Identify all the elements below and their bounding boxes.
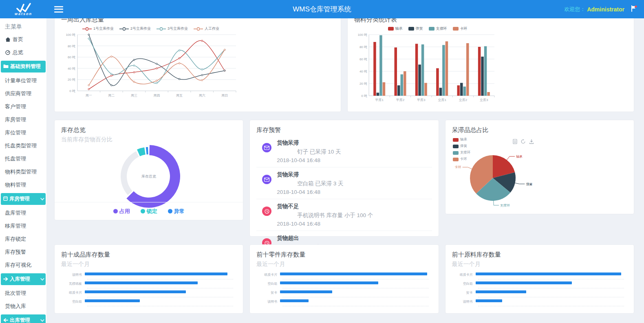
alert-timestamp: 2018-10-04 16:48 xyxy=(277,157,432,163)
sidebar-item-基础资料管理[interactable]: 基础资料管理 xyxy=(1,61,46,73)
legend-item-轴承[interactable]: 轴承 xyxy=(388,26,403,31)
svg-text:周二: 周二 xyxy=(108,94,115,97)
page-title: WMS仓库管理系统 xyxy=(0,4,644,14)
refresh-icon[interactable] xyxy=(520,139,526,144)
sidebar-item-客户管理[interactable]: 客户管理 xyxy=(0,100,46,113)
hbar-bar xyxy=(476,290,526,293)
hbar-row-空白箱[interactable]: 空白箱 xyxy=(452,280,624,289)
hbar-row-贺卡[interactable]: 贺卡 xyxy=(452,289,624,298)
svg-text:0 吨: 0 吨 xyxy=(69,89,75,93)
svg-text:周日: 周日 xyxy=(221,94,228,97)
legend-item-支撑环[interactable]: 支撑环 xyxy=(429,26,447,31)
legend-item-轴承[interactable]: 轴承 xyxy=(453,137,471,142)
download-icon[interactable] xyxy=(529,139,534,144)
hbar-divider xyxy=(282,306,428,306)
top-finished-hbar-chart: 说明书瓦楞纸板纸质卡片空白箱 xyxy=(61,271,236,307)
hbar-row-纸质卡片[interactable]: 纸质卡片 xyxy=(256,271,428,280)
svg-text:20 吨: 20 吨 xyxy=(68,78,75,81)
material-stats-bar-chart: 0 吨20 吨40 吨60 吨80 吨100 吨平库1平库2平库3立库1立库2立… xyxy=(354,31,627,104)
hbar-row-空白箱[interactable]: 空白箱 xyxy=(256,280,428,289)
sidebar-item-库存锁定[interactable]: 库存锁定 xyxy=(0,233,46,246)
alert-list-item[interactable]: 货物呆滞钉子 已呆滞 10 天2018-10-04 16:48 xyxy=(256,136,432,167)
card-stagnant-ratio: 呆滞品总占比 轴承弹簧支撑环卡环 轴承弹簧支撑环卡环 xyxy=(445,120,634,214)
sidebar-item-总览[interactable]: 总览 xyxy=(0,46,46,59)
sidebar-item-盘库管理[interactable]: 盘库管理 xyxy=(0,207,46,220)
hbar-track xyxy=(85,298,233,302)
sidebar-item-label: 入库管理 xyxy=(10,276,30,283)
hbar-row-纸质卡片[interactable]: 纸质卡片 xyxy=(452,271,624,280)
sidebar-item-label: 物料管理 xyxy=(5,181,26,189)
hbar-row-说明书[interactable]: 说明书 xyxy=(452,298,624,307)
sidebar-item-库房管理[interactable]: 库房管理 xyxy=(1,193,46,205)
alert-list-item[interactable]: 货物不足手机说明书 库存量 小于 100 个2018-10-04 16:48 xyxy=(256,199,432,231)
legend-item-支撑环[interactable]: 支撑环 xyxy=(453,150,471,155)
inventory-donut-chart: 库存总览 xyxy=(117,144,181,209)
legend-item-2号立库作业[interactable]: 2号立库作业 xyxy=(119,26,151,31)
sidebar-item-入库管理[interactable]: 入库管理 xyxy=(1,273,46,285)
data-view-icon[interactable] xyxy=(513,139,517,144)
alert-type: 货物超出 xyxy=(277,235,432,242)
sidebar-item-label: 库房管理 xyxy=(9,196,30,202)
svg-text:周六: 周六 xyxy=(199,94,205,97)
svg-text:周五: 周五 xyxy=(176,94,183,97)
legend-item-人工作业[interactable]: 人工作业 xyxy=(194,26,219,31)
hbar-divider xyxy=(282,279,428,279)
legend-item-锁定[interactable]: 锁定 xyxy=(141,208,157,215)
legend-item-1号立库作业[interactable]: 1号立库作业 xyxy=(82,26,114,31)
hbar-row-空白箱[interactable]: 空白箱 xyxy=(61,298,233,307)
sidebar-item-label: 库存锁定 xyxy=(5,235,26,243)
sidebar-item-label: 库存预警 xyxy=(5,248,26,256)
legend-item-占用[interactable]: 占用 xyxy=(113,208,130,215)
hbar-label: 空白箱 xyxy=(61,298,85,304)
sidebar-item-移库管理[interactable]: 移库管理 xyxy=(0,220,46,233)
hbar-bar xyxy=(85,290,186,293)
legend-item-3号立库作业[interactable]: 3号立库作业 xyxy=(157,26,188,31)
sidebar-item-库存预警[interactable]: 库存预警 xyxy=(0,246,46,259)
hbar-bar xyxy=(280,272,427,275)
folder-icon xyxy=(3,64,9,70)
welcome-label: 欢迎您： xyxy=(564,6,585,13)
legend-item-弹簧[interactable]: 弹簧 xyxy=(408,26,423,31)
hbar-row-纸质卡片[interactable]: 纸质卡片 xyxy=(61,289,233,298)
notification-flag-icon[interactable] xyxy=(630,5,637,14)
chevron-down-icon xyxy=(40,277,44,281)
hbar-divider xyxy=(478,288,624,288)
sidebar-item-托盘类型管理[interactable]: 托盘类型管理 xyxy=(0,139,46,152)
sidebar-item-首页[interactable]: 首页 xyxy=(0,33,46,46)
sidebar-item-label: 托盘管理 xyxy=(5,155,26,163)
sidebar-item-物料类型管理[interactable]: 物料类型管理 xyxy=(0,165,46,178)
sidebar-item-库位管理[interactable]: 库位管理 xyxy=(0,126,46,139)
hbar-row-贺卡[interactable]: 贺卡 xyxy=(256,289,428,298)
alert-list-item[interactable]: 货物呆滞空白箱 已呆滞 3 天2018-10-04 16:48 xyxy=(256,167,432,199)
legend-item-卡环[interactable]: 卡环 xyxy=(453,26,468,31)
sidebar-item-供应商管理[interactable]: 供应商管理 xyxy=(0,87,46,100)
hbar-row-说明书[interactable]: 说明书 xyxy=(61,271,233,280)
hbar-bar xyxy=(280,299,308,302)
hbar-track xyxy=(476,280,624,284)
sidebar-menu-label: 主菜单 xyxy=(0,18,46,33)
sidebar-item-货物入库[interactable]: 货物入库 xyxy=(0,300,46,313)
svg-text:80 吨: 80 吨 xyxy=(359,45,367,49)
inbound-icon xyxy=(3,277,8,282)
hbar-track xyxy=(280,298,428,302)
svg-text:平库2: 平库2 xyxy=(396,98,405,102)
chevron-down-icon xyxy=(40,318,44,322)
legend-item-弹簧[interactable]: 弹簧 xyxy=(453,144,471,149)
sidebar-item-库存可视化[interactable]: 库存可视化 xyxy=(0,259,46,272)
current-username[interactable]: Administrator xyxy=(587,6,624,13)
sidebar-item-计量单位管理[interactable]: 计量单位管理 xyxy=(0,74,46,87)
hbar-track xyxy=(280,280,428,284)
sidebar-item-托盘管理[interactable]: 托盘管理 xyxy=(0,152,46,165)
legend-item-异常[interactable]: 异常 xyxy=(168,208,185,215)
hbar-label: 贺卡 xyxy=(452,289,476,295)
hbar-row-瓦楞纸板[interactable]: 瓦楞纸板 xyxy=(61,280,233,289)
hbar-row-说明书[interactable]: 说明书 xyxy=(256,298,428,307)
sidebar-item-出库管理[interactable]: 出库管理 xyxy=(1,314,46,323)
svg-text:80 吨: 80 吨 xyxy=(68,44,75,48)
legend-item-卡环[interactable]: 卡环 xyxy=(453,157,471,162)
sidebar-item-批次管理[interactable]: 批次管理 xyxy=(0,287,46,300)
svg-text:立库1: 立库1 xyxy=(438,98,446,102)
sidebar-item-库房管理[interactable]: 库房管理 xyxy=(0,113,46,126)
weekly-io-line-chart: 0 吨20 吨40 吨60 吨80 吨100 吨周一周二周三周四周五周六周日 xyxy=(61,31,334,100)
sidebar-item-物料管理[interactable]: 物料管理 xyxy=(0,178,46,191)
